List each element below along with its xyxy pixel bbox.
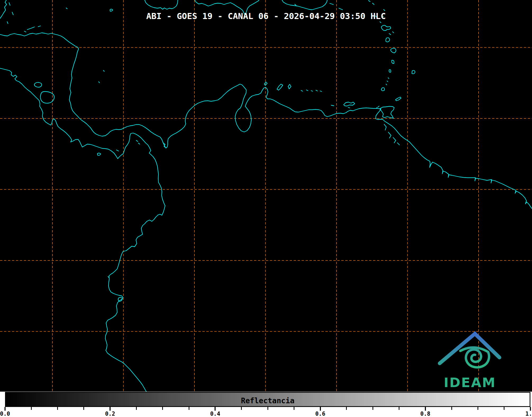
coastline-venezuela-islands — [301, 90, 355, 108]
colorbar-major-tick — [530, 407, 531, 411]
colorbar-minor-tick — [399, 407, 399, 410]
colorbar-major-tick — [110, 407, 111, 411]
colorbar-minor-tick — [267, 407, 268, 410]
colorbar-minor-tick — [372, 407, 373, 410]
colorbar-minor-tick — [57, 407, 58, 410]
coastline-pacific-coast — [0, 68, 165, 391]
colorbar-minor-tick — [478, 407, 478, 410]
colorbar-zone: Reflectancia 0.00.20.40.60.81.0 — [0, 392, 532, 417]
colorbar-tick-label: 0.6 — [315, 411, 325, 417]
colorbar-minor-tick — [162, 407, 163, 410]
coastline-puerto-rico — [282, 0, 343, 10]
coastline-nicaragua-lakes — [34, 83, 54, 103]
colorbar-minor-tick — [189, 407, 189, 410]
colorbar-minor-tick — [241, 407, 242, 410]
colorbar-tick-label: 0.4 — [210, 411, 220, 417]
product-title: ABI - GOES 19 - CANAL 06 - 2026-04-29 03… — [0, 11, 532, 21]
colorbar-major-tick — [215, 407, 216, 411]
colorbar-minor-tick — [504, 407, 504, 410]
colorbar-minor-tick — [136, 407, 137, 410]
colorbar-gradient: Reflectancia — [5, 392, 530, 407]
colorbar-tick-label: 0.2 — [105, 411, 115, 417]
map-area: ABI - GOES 19 - CANAL 06 - 2026-04-29 03… — [0, 0, 532, 392]
coastline-pacific-islets — [97, 140, 140, 301]
coastline-bay-islands — [24, 26, 40, 32]
colorbar-minor-tick — [31, 407, 32, 410]
colorbar-minor-tick — [451, 407, 452, 410]
colorbar-major-tick — [320, 407, 321, 411]
logo-hurricane-spiral-icon — [466, 350, 489, 367]
colorbar-tick-label: 0.8 — [420, 411, 430, 417]
colorbar-major-tick — [425, 407, 426, 411]
ideam-logo: IDEAM — [434, 328, 513, 390]
colorbar-tick-label: 0.0 — [0, 411, 10, 417]
colorbar-minor-tick — [83, 407, 84, 410]
colorbar-minor-tick — [294, 407, 294, 410]
colorbar-tick-label: 1.0 — [525, 411, 532, 417]
satellite-product-figure: ABI - GOES 19 - CANAL 06 - 2026-04-29 03… — [0, 0, 532, 417]
coastline-abc-islands — [264, 82, 291, 90]
coastline-tobago — [395, 97, 401, 101]
colorbar-minor-tick — [346, 407, 347, 410]
coastline-jamaica — [145, 0, 178, 9]
coastline-orinoco-delta — [384, 124, 399, 145]
coastline-caribbean-south-america-coast — [0, 33, 532, 209]
colorbar-label: Reflectancia — [6, 396, 530, 405]
logo-wordmark: IDEAM — [444, 375, 496, 390]
colorbar-major-tick — [4, 407, 6, 411]
